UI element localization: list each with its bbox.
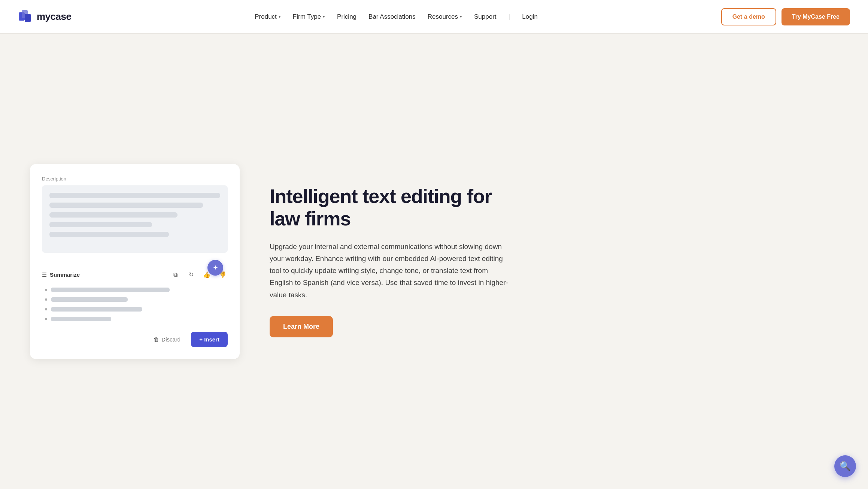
trash-icon: 🗑 xyxy=(154,336,159,343)
summarize-label: ☰ Summarize xyxy=(42,271,80,278)
nav-divider: | xyxy=(509,13,510,21)
bullet-item-3 xyxy=(45,307,228,312)
get-demo-button[interactable]: Get a demo xyxy=(721,8,776,25)
try-free-button[interactable]: Try MyCase Free xyxy=(781,8,850,25)
copy-icon[interactable]: ⧉ xyxy=(170,270,180,280)
refresh-icon[interactable]: ↻ xyxy=(186,270,196,280)
bullet-item-2 xyxy=(45,297,228,302)
nav-support[interactable]: Support xyxy=(474,13,497,21)
search-fab-button[interactable]: 🔍 xyxy=(834,455,856,477)
bullet-line-1 xyxy=(51,288,170,292)
discard-button[interactable]: 🗑 Discard xyxy=(148,333,186,346)
nav-login[interactable]: Login xyxy=(522,13,538,21)
text-line-5 xyxy=(49,232,169,237)
text-area-mock xyxy=(42,185,228,253)
ai-button[interactable]: ✦ xyxy=(207,260,223,276)
learn-more-button[interactable]: Learn More xyxy=(270,316,333,337)
bullet-line-3 xyxy=(51,307,142,312)
description-label: Description xyxy=(42,176,228,182)
insert-button[interactable]: + Insert xyxy=(191,332,228,347)
firm-type-chevron-icon: ▾ xyxy=(323,14,325,19)
bullet-dot xyxy=(45,308,47,310)
logo-text: mycase xyxy=(37,11,71,22)
resources-chevron-icon: ▾ xyxy=(460,14,462,19)
nav-firm-type[interactable]: Firm Type ▾ xyxy=(293,13,325,21)
svg-rect-2 xyxy=(25,14,31,22)
nav-actions: Get a demo Try MyCase Free xyxy=(721,8,850,25)
bullet-line-4 xyxy=(51,317,111,321)
bullet-dot xyxy=(45,318,47,320)
main-nav: Product ▾ Firm Type ▾ Pricing Bar Associ… xyxy=(255,13,538,21)
logo-icon xyxy=(18,9,33,24)
text-line-3 xyxy=(49,212,177,218)
bullet-dot xyxy=(45,289,47,291)
bullet-line-2 xyxy=(51,297,128,302)
hero-title: Intelligent text editing for law firms xyxy=(270,185,509,230)
list-icon: ☰ xyxy=(42,272,47,278)
bullet-dot xyxy=(45,298,47,301)
text-line-2 xyxy=(49,203,203,208)
product-chevron-icon: ▾ xyxy=(279,14,281,19)
nav-pricing[interactable]: Pricing xyxy=(337,13,356,21)
text-line-1 xyxy=(49,193,220,198)
search-fab-icon: 🔍 xyxy=(840,461,851,471)
text-line-4 xyxy=(49,222,152,227)
bullet-list xyxy=(42,288,228,321)
hero-content: Intelligent text editing for law firms U… xyxy=(270,185,509,337)
main-content: Description ✦ ☰ Summarize ⧉ ↻ 👍 👎 xyxy=(0,34,868,489)
bullet-item-1 xyxy=(45,288,228,292)
nav-product[interactable]: Product ▾ xyxy=(255,13,281,21)
sparkle-icon: ✦ xyxy=(213,264,218,272)
card-footer: 🗑 Discard + Insert xyxy=(42,332,228,347)
nav-bar-associations[interactable]: Bar Associations xyxy=(368,13,416,21)
hero-description: Upgrade your internal and external commu… xyxy=(270,241,509,301)
summarize-row: ☰ Summarize ⧉ ↻ 👍 👎 xyxy=(42,270,228,280)
divider xyxy=(42,262,228,262)
nav-resources[interactable]: Resources ▾ xyxy=(428,13,462,21)
logo[interactable]: mycase xyxy=(18,9,71,24)
bullet-item-4 xyxy=(45,317,228,321)
ui-demo-card: Description ✦ ☰ Summarize ⧉ ↻ 👍 👎 xyxy=(30,164,240,359)
